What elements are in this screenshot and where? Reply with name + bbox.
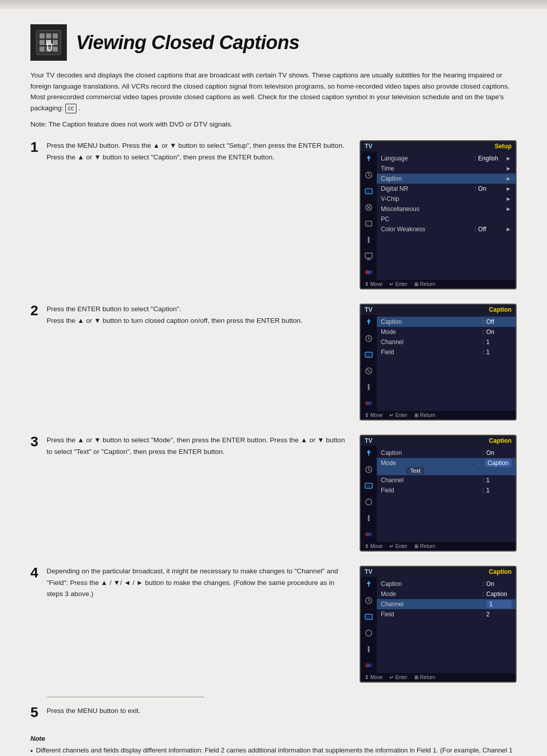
enter-icon-3: ↵ — [389, 543, 394, 549]
svg-point-58 — [368, 663, 372, 667]
tv-menu-col-3: Caption : On Mode : Caption Text — [377, 446, 516, 542]
enter-icon-1: ↵ — [389, 281, 394, 287]
move-icon-4: ⇕ — [365, 675, 369, 680]
svg-point-22 — [368, 241, 370, 243]
vchip-icon: V — [363, 218, 374, 229]
step-3-screen: TV Caption CC — [360, 435, 517, 552]
tv-menu-col-4: Caption : On Mode : Caption Channel : — [377, 577, 516, 673]
menu-row-mode-select: Mode : Caption Text — [377, 458, 516, 475]
tv-icons-col-4: CC — [361, 577, 377, 673]
step-3-left: 3 Press the ▲ or ▼ button to select "Mod… — [30, 435, 347, 457]
menu-row-digital-nr: Digital NR : On ► — [377, 184, 516, 194]
tv-icons-col-2: CC — [361, 315, 377, 411]
step-4-row: 4 Depending on the particular broadcast,… — [30, 566, 517, 683]
svg-point-36 — [368, 388, 370, 390]
step-4-text: Depending on the particular broadcast, i… — [47, 566, 347, 600]
svg-point-55 — [368, 648, 370, 650]
step-1-left: 1 Press the MENU button. Press the ▲ or … — [30, 140, 347, 163]
clock-icon — [363, 170, 374, 181]
return-icon-2: ⊞ — [414, 412, 418, 418]
caption-icon-2: CC — [363, 349, 374, 360]
tv-body-3: CC Caption — [361, 446, 516, 542]
tv-body-2: CC Caption — [361, 315, 516, 411]
nr-icon-4 — [363, 627, 374, 639]
svg-rect-4 — [40, 40, 45, 45]
svg-point-38 — [368, 401, 372, 405]
step-5-text: Press the MENU button to exit. — [47, 705, 517, 717]
svg-rect-23 — [365, 253, 372, 258]
tv-label-2: TV — [365, 306, 372, 313]
svg-point-53 — [366, 630, 372, 636]
nr-icon-3 — [363, 496, 374, 508]
intro-paragraph-1: Your TV decodes and displays the closed … — [30, 70, 517, 113]
step-5-number: 5 — [30, 705, 42, 720]
tv-footer-2: ⇕ Move ↵ Enter ⊞ Return — [361, 411, 516, 419]
menu-row-pc: PC — [377, 214, 516, 224]
menu-title-4: Caption — [489, 568, 512, 575]
tv-footer-4: ⇕ Move ↵ Enter ⊞ Return — [361, 673, 516, 682]
nr-icon-2 — [363, 365, 374, 376]
step-2-left: 2 Press the ENTER button to select "Capt… — [30, 304, 347, 326]
svg-text:CC: CC — [367, 190, 371, 193]
menu-row-field-3: Field : 1 — [377, 485, 516, 495]
tv-header-2: TV Caption — [361, 305, 516, 315]
tv-screen-1: TV Setup CC — [360, 140, 517, 289]
svg-rect-3 — [53, 33, 58, 38]
cc-symbol: cc — [65, 104, 76, 113]
caption-icon-4: CC — [363, 611, 374, 622]
svg-point-20 — [368, 237, 370, 239]
top-stripe — [0, 0, 547, 9]
enter-icon-4: ↵ — [389, 675, 394, 680]
menu-row-field-4: Field : 2 — [377, 609, 516, 619]
menu-row-mode-4: Mode : Caption — [377, 589, 516, 599]
move-icon-3: ⇕ — [365, 543, 369, 549]
color-icon — [363, 267, 374, 278]
svg-rect-39 — [368, 453, 369, 455]
step-4-left: 4 Depending on the particular broadcast,… — [30, 566, 347, 600]
antenna-icon-2 — [363, 317, 374, 328]
tv-menu-col-1: Language : English ► Time ► Caption — [377, 151, 516, 280]
antenna-icon-4 — [363, 579, 374, 590]
tv-header-3: TV Caption — [361, 436, 516, 446]
svg-rect-9 — [53, 47, 58, 52]
misc-icon — [363, 234, 374, 245]
svg-point-34 — [368, 384, 370, 386]
menu-row-vchip: V-Chip ► — [377, 194, 516, 204]
step-2-screen: TV Caption CC — [360, 304, 517, 421]
menu-title-1: Setup — [495, 143, 512, 150]
note-list: Different channels and fields display di… — [30, 745, 517, 756]
tv-menu-col-2: Caption : Off Mode : On Channel : 1 — [377, 315, 516, 411]
page-title: Viewing Closed Captions — [76, 32, 299, 54]
step-3-number: 3 — [30, 435, 42, 449]
menu-title-3: Caption — [489, 437, 512, 444]
menu-row-caption-on: Caption : On — [377, 448, 516, 458]
menu-row-mode: Mode : On — [377, 327, 516, 337]
tv-screen-3: TV Caption CC — [360, 435, 517, 552]
step-1-text: Press the MENU button. Press the ▲ or ▼ … — [47, 140, 347, 163]
svg-rect-28 — [368, 322, 369, 324]
return-icon-3: ⊞ — [414, 543, 418, 549]
misc-icon-2 — [363, 382, 374, 393]
tv-body-4: CC Caption — [361, 577, 516, 673]
antenna-icon-3 — [363, 448, 374, 459]
note-section: Note Different channels and fields displ… — [30, 735, 517, 756]
svg-line-33 — [367, 369, 370, 372]
svg-point-56 — [368, 650, 370, 652]
step-1-number: 1 — [30, 140, 42, 154]
menu-row-time: Time ► — [377, 163, 516, 174]
svg-rect-2 — [46, 33, 51, 38]
menu-row-channel-4: Channel : 1 — [377, 599, 516, 609]
svg-point-35 — [368, 386, 370, 388]
note-title: Note — [30, 735, 517, 742]
svg-point-54 — [368, 646, 370, 648]
step-2-text: Press the ENTER button to select "Captio… — [47, 304, 347, 326]
tv-label-1: TV — [365, 143, 372, 150]
step-3-text: Press the ▲ or ▼ button to select "Mode"… — [47, 435, 347, 457]
svg-rect-11 — [368, 158, 369, 161]
menu-row-language: Language : English ► — [377, 153, 516, 163]
svg-text:CC: CC — [367, 485, 371, 488]
step-3-row: 3 Press the ▲ or ▼ button to select "Mod… — [30, 435, 517, 552]
menu-row-field: Field : 1 — [377, 347, 516, 357]
clock-icon-4 — [363, 595, 374, 606]
color-icon-2 — [363, 398, 374, 409]
